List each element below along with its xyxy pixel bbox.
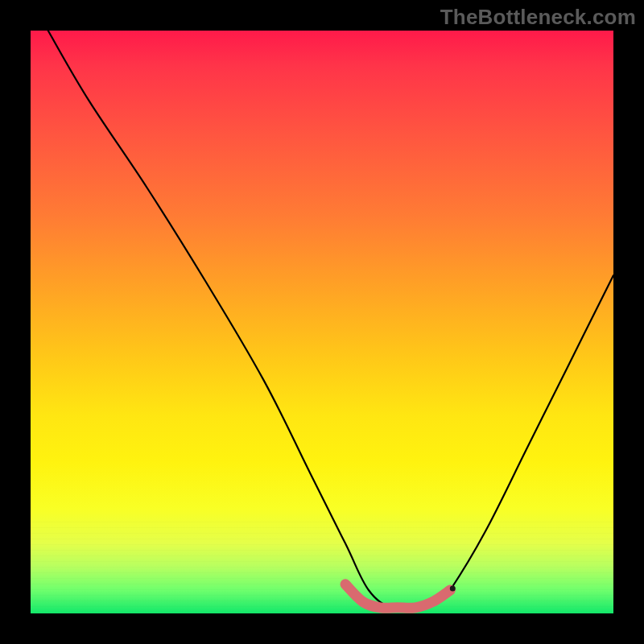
watermark-text: TheBottleneck.com (440, 5, 636, 30)
highlight-end-dot (450, 586, 456, 592)
curve-layer (31, 31, 613, 613)
chart-frame: TheBottleneck.com (0, 0, 644, 644)
bottleneck-curve (48, 31, 613, 609)
highlight-segment (345, 584, 450, 609)
plot-area (31, 31, 613, 613)
